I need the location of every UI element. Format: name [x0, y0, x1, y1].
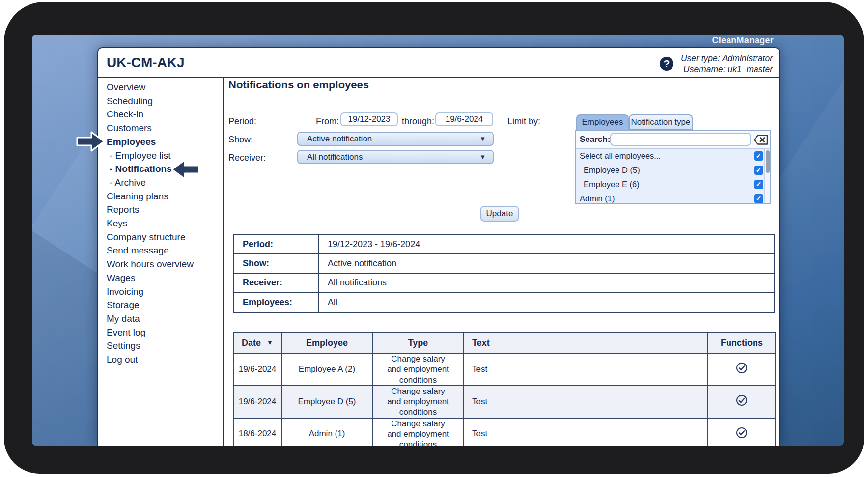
- cell-employee: Employee A (2): [281, 353, 372, 386]
- table-row: 19/6-2024 Employee D (5) Change salary a…: [233, 386, 776, 418]
- tab-employees[interactable]: Employees: [576, 114, 629, 130]
- receiver-label: Receiver:: [228, 153, 266, 163]
- update-button[interactable]: Update: [480, 206, 519, 222]
- cell-text: Test: [464, 386, 708, 418]
- cell-functions: [708, 353, 776, 386]
- sidebar-item-storage[interactable]: Storage: [98, 298, 223, 312]
- show-label: Show:: [228, 135, 253, 145]
- sidebar-item-company-structure[interactable]: Company structure: [98, 230, 223, 244]
- tab-notification-type[interactable]: Notification type: [629, 114, 693, 130]
- from-date-input[interactable]: [340, 112, 398, 126]
- sidebar-item-cleaning-plans[interactable]: Cleaning plans: [98, 190, 223, 203]
- list-item-admin[interactable]: Admin (1) ✓: [576, 192, 770, 204]
- header-text: Text: [464, 333, 708, 353]
- summary-label: Receiver:: [234, 274, 319, 292]
- period-label: Period:: [228, 116, 256, 127]
- list-item-label: Admin (1): [580, 194, 615, 203]
- sidebar-item-notifications[interactable]: - Notifications: [98, 162, 223, 176]
- summary-value: 19/12-2023 - 19/6-2024: [319, 235, 774, 253]
- scrollbar-thumb[interactable]: [766, 150, 770, 173]
- cell-type: Change salary and employment conditions: [372, 353, 464, 386]
- header-type: Type: [372, 333, 464, 353]
- sidebar-item-log-out[interactable]: Log out: [98, 353, 223, 366]
- table-row: 19/6-2024 Employee A (2) Change salary a…: [233, 353, 776, 386]
- list-item-label: Select all employees...: [580, 151, 661, 160]
- approve-check-icon[interactable]: [736, 394, 748, 406]
- cell-text: Test: [464, 353, 708, 386]
- sort-desc-icon[interactable]: ▼: [267, 339, 273, 346]
- summary-row: Period: 19/12-2023 - 19/6-2024: [234, 235, 774, 254]
- clear-search-icon[interactable]: [753, 134, 769, 145]
- user-type: User type: Administrator: [681, 53, 773, 64]
- cell-date: 18/6-2024: [233, 418, 281, 446]
- list-item-label: Employee E (6): [584, 180, 640, 189]
- sidebar-item-scheduling[interactable]: Scheduling: [98, 94, 223, 108]
- cell-functions: [708, 418, 776, 446]
- summary-label: Period:: [234, 235, 319, 253]
- sidebar-item-work-hours-overview[interactable]: Work hours overview: [98, 257, 223, 271]
- from-label: From:: [316, 116, 339, 127]
- summary-row: Employees: All: [234, 293, 774, 312]
- sidebar-item-reports[interactable]: Reports: [98, 203, 223, 217]
- checkbox-checked-icon[interactable]: ✓: [754, 151, 763, 161]
- list-item-select-all[interactable]: Select all employees... ✓: [576, 149, 770, 163]
- summary-label: Employees:: [234, 293, 319, 312]
- list-item-employee-e[interactable]: Employee E (6) ✓: [576, 177, 770, 192]
- checkbox-checked-icon[interactable]: ✓: [754, 180, 763, 189]
- sidebar: Overview Scheduling Check-in Customers E…: [98, 78, 223, 446]
- through-date-input[interactable]: [435, 112, 493, 126]
- search-label: Search:: [580, 135, 610, 144]
- sidebar-item-overview[interactable]: Overview: [98, 81, 223, 94]
- employee-filter-panel: Search: Select all employees... ✓ Employ…: [575, 130, 771, 204]
- through-label: through:: [402, 116, 434, 127]
- sidebar-item-my-data[interactable]: My data: [98, 312, 223, 326]
- desktop-background: CleanManager UK-CM-AKJ ? User type: Admi…: [32, 35, 844, 446]
- header-date-label: Date: [242, 338, 261, 348]
- cell-employee: Admin (1): [281, 418, 372, 446]
- summary-value: All notifications: [319, 274, 774, 292]
- scrollbar[interactable]: [764, 149, 770, 203]
- checkbox-checked-icon[interactable]: ✓: [754, 166, 763, 175]
- sidebar-item-send-message[interactable]: Send message: [98, 244, 223, 257]
- chevron-down-icon: ▼: [479, 151, 486, 164]
- sidebar-item-employees[interactable]: Employees: [98, 135, 223, 149]
- app-window: UK-CM-AKJ ? User type: Administrator Use…: [97, 47, 780, 446]
- arrow-right-annotation-icon: [76, 130, 106, 153]
- cell-employee: Employee D (5): [281, 386, 372, 418]
- list-item-employee-d[interactable]: Employee D (5) ✓: [576, 163, 770, 177]
- header-date[interactable]: Date▼: [233, 333, 281, 353]
- summary-value: Active notification: [319, 254, 774, 273]
- sidebar-item-keys[interactable]: Keys: [98, 217, 223, 230]
- username: Username: uk1_master: [681, 64, 773, 75]
- search-row: Search:: [576, 131, 770, 149]
- checkbox-checked-icon[interactable]: ✓: [754, 194, 763, 203]
- sidebar-item-employee-list[interactable]: - Employee list: [98, 149, 223, 163]
- cell-date: 19/6-2024: [233, 386, 281, 418]
- page-heading: Notifications on employees: [228, 79, 369, 91]
- sidebar-item-archive[interactable]: - Archive: [98, 176, 223, 190]
- approve-check-icon[interactable]: [736, 362, 748, 374]
- show-dropdown[interactable]: Active notification ▼: [297, 132, 494, 146]
- sidebar-item-wages[interactable]: Wages: [98, 271, 223, 285]
- sidebar-item-check-in[interactable]: Check-in: [98, 108, 223, 121]
- search-input[interactable]: [610, 133, 751, 146]
- summary-value: All: [319, 293, 774, 312]
- cell-functions: [708, 386, 776, 418]
- sidebar-item-invoicing[interactable]: Invoicing: [98, 285, 223, 299]
- sidebar-item-settings[interactable]: Settings: [98, 339, 223, 353]
- help-icon[interactable]: ?: [660, 57, 673, 71]
- header-functions: Functions: [708, 333, 776, 353]
- notifications-table: Date▼ Employee Type Text Functions 19/6-…: [233, 332, 776, 446]
- sidebar-item-event-log[interactable]: Event log: [98, 326, 223, 339]
- receiver-dropdown-value: All notifications: [307, 152, 363, 162]
- approve-check-icon[interactable]: [736, 427, 748, 439]
- receiver-dropdown[interactable]: All notifications ▼: [297, 150, 494, 164]
- table-row: 18/6-2024 Admin (1) Change salary and em…: [233, 418, 776, 446]
- header-employee: Employee: [281, 333, 372, 353]
- cell-type: Change salary and employment conditions: [372, 386, 464, 418]
- summary-row: Show: Active notification: [234, 254, 774, 274]
- arrow-left-annotation-icon: [170, 158, 200, 181]
- summary-row: Receiver: All notifications: [234, 274, 774, 293]
- sidebar-item-customers[interactable]: Customers: [98, 121, 223, 135]
- cell-type: Change salary and employment conditions: [372, 418, 464, 446]
